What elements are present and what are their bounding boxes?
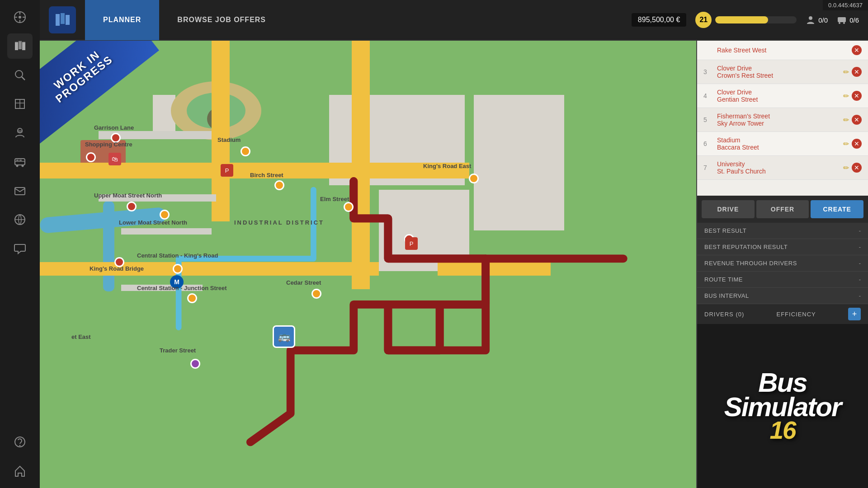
stop-trader-purple[interactable] [190,359,200,369]
sidebar-icon-driver[interactable] [7,120,33,145]
stop-elm[interactable] [344,202,354,212]
wip-banner-container: WORK IN PROGRESS [40,41,184,154]
stat-bus-interval: BUS INTERVAL - [697,288,868,304]
route-item-6[interactable]: 6 Stadium Baccara Street ✏ ✕ [697,132,868,156]
road-yellow-vertical2 [352,41,370,289]
item6-delete-btn[interactable]: ✕ [852,139,862,149]
route-num-7: 7 [703,164,712,171]
route-item-rake[interactable]: Rake Street West ✕ [697,41,868,60]
tab-planner[interactable]: PLANNER [85,0,159,40]
route-list[interactable]: Rake Street West ✕ 3 Clover Drive Crown'… [697,41,868,196]
wip-banner: WORK IN PROGRESS [40,41,159,145]
route-item-7[interactable]: 7 University St. Paul's Church ✏ ✕ [697,156,868,180]
route-time-label: ROUTE TIME [704,276,743,283]
stat-best-reputation: BEST REPUTATION RESULT - [697,239,868,255]
sidebar-icon-map[interactable] [7,33,33,59]
stop-kings-east[interactable] [469,174,479,183]
sidebar-icon-chat[interactable] [7,236,33,261]
item7-delete-btn[interactable]: ✕ [852,163,862,173]
offer-button[interactable]: OFFER [756,200,809,218]
sidebar-icon-regions[interactable] [7,91,33,117]
action-buttons: DRIVE OFFER CREATE [697,196,868,223]
create-button[interactable]: CREATE [811,200,863,218]
route-actions-6: ✏ ✕ [843,139,862,149]
item5-edit-btn[interactable]: ✏ [843,116,849,124]
sidebar-icon-help[interactable] [7,429,33,455]
rake-street-from: Rake Street West [717,47,847,54]
content-row: 🏟 [40,41,868,488]
shopping-icon: 🛍 [108,153,121,165]
route-num-4: 4 [703,92,712,99]
sidebar-icon-compass[interactable] [7,5,33,30]
sidebar-icon-world[interactable] [7,207,33,232]
route-stops-3: Clover Drive Crown's Rest Street [717,65,839,79]
item4-delete-btn[interactable]: ✕ [852,91,862,101]
stop-cedar[interactable] [311,289,321,299]
sidebar-icon-home[interactable] [7,458,33,483]
stat-revenue-drivers: REVENUE THROUGH DRIVERS - [697,255,868,272]
map-tab-icon[interactable] [49,6,76,33]
bus-interval-value: - [859,292,861,299]
map-area[interactable]: 🏟 [40,41,696,488]
stop-upper-moat-red[interactable] [127,202,137,211]
rake-delete-btn[interactable]: ✕ [852,45,862,55]
svg-line-10 [22,77,25,80]
tab-browse-jobs[interactable]: BROWSE JOB OFFERS [159,0,284,40]
game-logo: Bus Simulator 16 [697,324,868,488]
stop-stadium[interactable] [241,146,250,156]
buildings-mid-right [379,190,469,271]
stop-birch[interactable] [274,180,284,190]
route-stops-6: Stadium Baccara Street [717,136,839,151]
road-upper-moat [99,194,216,202]
route-num-6: 6 [703,140,712,147]
stop-shopping-red[interactable] [86,152,96,162]
svg-rect-26 [66,15,70,25]
item5-to: Sky Arrow Tower [717,120,839,127]
item3-edit-btn[interactable]: ✏ [843,68,849,76]
stop-central-red[interactable] [114,257,124,267]
item6-edit-btn[interactable]: ✏ [843,140,849,148]
item4-edit-btn[interactable]: ✏ [843,92,849,100]
buses-count: 0/6 [849,16,859,24]
route-item-5[interactable]: 5 Fisherman's Street Sky Arrow Tower ✏ ✕ [697,108,868,132]
svg-point-1 [19,16,21,19]
game-title-text: Bus Simulator 16 [724,371,841,442]
svg-rect-7 [19,41,22,49]
top-bar: PLANNER BROWSE JOB OFFERS 895,500,00 € 2… [40,0,868,41]
sidebar-icon-bus[interactable] [7,149,33,174]
svg-rect-17 [16,160,19,161]
bus-interval-label: BUS INTERVAL [704,292,749,299]
svg-point-9 [15,70,23,78]
route-item-3[interactable]: 3 Clover Drive Crown's Rest Street ✏ ✕ [697,60,868,84]
svg-point-14 [16,165,19,167]
item5-from: Fisherman's Street [717,113,839,120]
svg-rect-6 [15,42,18,50]
sidebar-icon-search[interactable] [7,62,33,88]
stat-route-time: ROUTE TIME - [697,272,868,288]
system-bar: 0.0.445:4637 [823,0,868,10]
best-result-label: BEST RESULT [704,227,746,234]
stop-central-kings[interactable] [173,264,183,274]
buildings-far-right [474,95,564,230]
version-label: 0.0.445:4637 [828,2,863,9]
item5-delete-btn[interactable]: ✕ [852,115,862,125]
efficiency-label: EFFICIENCY [777,311,816,318]
item6-from: Stadium [717,136,839,144]
best-rep-label: BEST REPUTATION RESULT [704,244,788,250]
add-driver-button[interactable]: + [848,308,861,320]
stop-central-junc[interactable] [187,293,197,303]
sidebar-icon-mail[interactable] [7,178,33,203]
stop-upper-moat[interactable] [160,210,170,220]
road-lower-moat [121,228,212,235]
game-number: 16 [724,419,841,442]
drive-button[interactable]: DRIVE [702,200,755,218]
route-item-4[interactable]: 4 Clover Drive Gentian Street ✏ ✕ [697,84,868,108]
drivers-section: DRIVERS (0) EFFICIENCY + [697,304,868,324]
item3-delete-btn[interactable]: ✕ [852,67,862,77]
best-rep-value: - [859,244,861,250]
best-result-value: - [859,227,861,234]
bus-stat-icon [837,15,847,25]
route-time-value: - [859,276,861,283]
route-actions-3: ✏ ✕ [843,67,862,77]
item7-edit-btn[interactable]: ✏ [843,164,849,172]
